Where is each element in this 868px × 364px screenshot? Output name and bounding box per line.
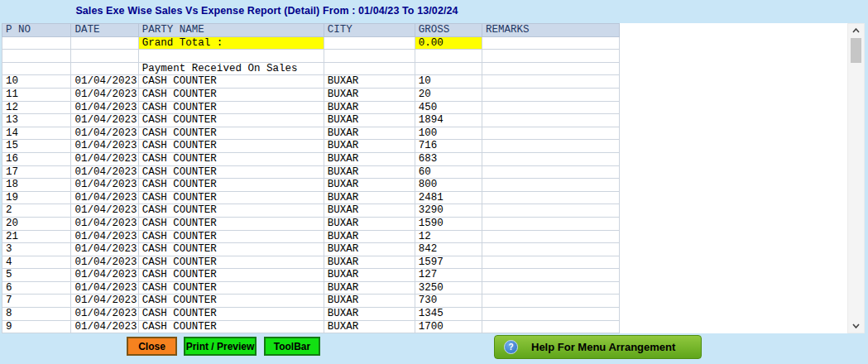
table-row[interactable]: 17 01/04/2023 CASH COUNTER BUXAR 60	[2, 165, 620, 179]
column-header-pno: P NO	[2, 24, 71, 37]
print-preview-button-label: Print / Preview	[186, 341, 255, 352]
table-row[interactable]: 8 01/04/2023 CASH COUNTER BUXAR 1345	[2, 308, 620, 321]
cell-city: BUXAR	[324, 243, 415, 256]
grand-total-value: 0.00	[415, 36, 482, 50]
cell-party: CASH COUNTER	[138, 269, 324, 282]
table-row[interactable]: 7 01/04/2023 CASH COUNTER BUXAR 730	[2, 295, 620, 308]
cell-gross: 842	[415, 243, 482, 256]
cell-remarks	[482, 88, 620, 101]
cell-gross: 60	[415, 165, 482, 179]
cell-party: CASH COUNTER	[138, 308, 324, 321]
cell-gross: 20	[415, 88, 482, 101]
cell-date: 01/04/2023	[71, 88, 138, 101]
cell-city: BUXAR	[324, 152, 415, 165]
cell-gross: 800	[415, 179, 482, 192]
cell-gross: 716	[415, 140, 482, 153]
table-row[interactable]: 3 01/04/2023 CASH COUNTER BUXAR 842	[2, 243, 620, 256]
cell-date: 01/04/2023	[71, 114, 138, 127]
cell-gross: 1597	[415, 256, 482, 269]
cell-pno: 3	[2, 243, 71, 256]
table-row[interactable]: 18 01/04/2023 CASH COUNTER BUXAR 800	[2, 179, 620, 192]
table-row[interactable]: 10 01/04/2023 CASH COUNTER BUXAR 10	[2, 75, 620, 89]
cell-pno: 13	[2, 114, 71, 127]
cell-pno: 6	[2, 281, 71, 295]
chevron-down-icon	[852, 323, 860, 328]
grand-total-label: Grand Total :	[138, 36, 324, 50]
print-preview-button[interactable]: Print / Preview	[184, 337, 257, 356]
scroll-up-button[interactable]	[848, 24, 864, 37]
cell-city: BUXAR	[324, 191, 415, 204]
grand-total-row[interactable]: Grand Total : 0.00	[2, 36, 620, 50]
cell-city: BUXAR	[324, 127, 415, 140]
cell-party: CASH COUNTER	[138, 191, 324, 204]
cell-party: CASH COUNTER	[138, 179, 324, 192]
cell-remarks	[482, 165, 620, 179]
cell-city: BUXAR	[324, 88, 415, 101]
cell-gross: 683	[415, 152, 482, 165]
table-body: Grand Total : 0.00 Payment Received On S…	[2, 36, 620, 333]
cell-remarks	[482, 256, 620, 269]
cell-pno: 12	[2, 101, 71, 114]
cell-city: BUXAR	[324, 281, 415, 295]
table-row[interactable]: 6 01/04/2023 CASH COUNTER BUXAR 3250	[2, 281, 620, 295]
table-row[interactable]: 14 01/04/2023 CASH COUNTER BUXAR 100	[2, 127, 620, 140]
cell-date: 01/04/2023	[71, 269, 138, 282]
column-header-party: PARTY NAME	[138, 24, 324, 37]
cell-remarks	[482, 75, 620, 89]
cell-gross: 1700	[415, 320, 482, 333]
section-header-row[interactable]: Payment Received On Sales	[2, 62, 620, 75]
cell-party: CASH COUNTER	[138, 140, 324, 153]
cell-date: 01/04/2023	[71, 140, 138, 153]
cell-city: BUXAR	[324, 140, 415, 153]
help-menu-arrangement-button[interactable]: ? Help For Menu Arrangement	[494, 335, 702, 359]
table-row[interactable]: 21 01/04/2023 CASH COUNTER BUXAR 12	[2, 230, 620, 243]
table-header-row: P NO DATE PARTY NAME CITY GROSS REMARKS	[2, 24, 620, 37]
table-row[interactable]: 15 01/04/2023 CASH COUNTER BUXAR 716	[2, 140, 620, 153]
cell-gross: 3290	[415, 204, 482, 218]
toolbar-button[interactable]: ToolBar	[264, 337, 320, 356]
footer-bar: Close Print / Preview ToolBar ? Help For…	[0, 333, 868, 364]
scrollbar-thumb[interactable]	[851, 38, 861, 63]
table-row[interactable]: 11 01/04/2023 CASH COUNTER BUXAR 20	[2, 88, 620, 101]
cell-party: CASH COUNTER	[138, 88, 324, 101]
cell-pno: 19	[2, 191, 71, 204]
table-row[interactable]: 12 01/04/2023 CASH COUNTER BUXAR 450	[2, 101, 620, 114]
cell-date: 01/04/2023	[71, 165, 138, 179]
title-bar: Sales Exe Wise Sales Vs Expense Report (…	[0, 0, 868, 23]
table-row[interactable]: 13 01/04/2023 CASH COUNTER BUXAR 1894	[2, 114, 620, 127]
cell-party: CASH COUNTER	[138, 256, 324, 269]
scroll-down-button[interactable]	[848, 319, 864, 333]
cell-pno: 14	[2, 127, 71, 140]
table-row[interactable]: 5 01/04/2023 CASH COUNTER BUXAR 127	[2, 269, 620, 282]
cell-pno: 17	[2, 165, 71, 179]
chevron-up-icon	[852, 28, 860, 33]
cell-pno: 8	[2, 308, 71, 321]
cell-date: 01/04/2023	[71, 320, 138, 333]
cell-date: 01/04/2023	[71, 230, 138, 243]
table-row[interactable]: 2 01/04/2023 CASH COUNTER BUXAR 3290	[2, 204, 620, 218]
cell-date: 01/04/2023	[71, 101, 138, 114]
cell-city: BUXAR	[324, 75, 415, 89]
cell-gross: 450	[415, 101, 482, 114]
cell-pno: 16	[2, 152, 71, 165]
cell-remarks	[482, 269, 620, 282]
cell-remarks	[482, 320, 620, 333]
question-mark-icon: ?	[504, 340, 518, 354]
vertical-scrollbar[interactable]	[847, 23, 865, 333]
table-row[interactable]: 20 01/04/2023 CASH COUNTER BUXAR 1590	[2, 217, 620, 230]
spacer-row[interactable]	[2, 50, 620, 63]
table-row[interactable]: 9 01/04/2023 CASH COUNTER BUXAR 1700	[2, 320, 620, 333]
cell-city: BUXAR	[324, 320, 415, 333]
table-row[interactable]: 4 01/04/2023 CASH COUNTER BUXAR 1597	[2, 256, 620, 269]
cell-remarks	[482, 191, 620, 204]
table-row[interactable]: 19 01/04/2023 CASH COUNTER BUXAR 2481	[2, 191, 620, 204]
cell-remarks	[482, 101, 620, 114]
close-button[interactable]: Close	[127, 337, 177, 356]
cell-gross: 10	[415, 75, 482, 89]
cell-gross: 1345	[415, 308, 482, 321]
table-row[interactable]: 16 01/04/2023 CASH COUNTER BUXAR 683	[2, 152, 620, 165]
cell-pno: 11	[2, 88, 71, 101]
cell-pno: 20	[2, 217, 71, 230]
cell-party: CASH COUNTER	[138, 152, 324, 165]
cell-remarks	[482, 217, 620, 230]
